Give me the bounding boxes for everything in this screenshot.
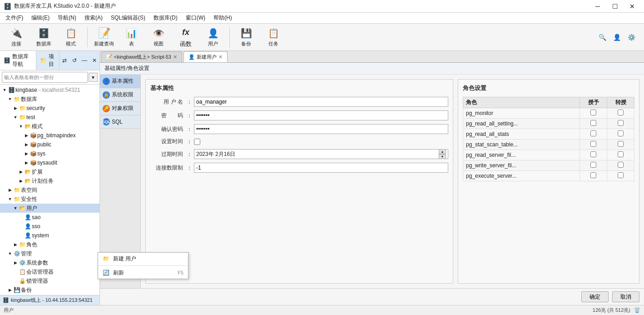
toolbar-table[interactable]: 📊 表 [119, 25, 144, 49]
tree-item-schemas[interactable]: ▼ 📂 模式 [0, 122, 99, 131]
grant-cell[interactable] [580, 129, 607, 140]
grant-cell[interactable] [580, 150, 607, 160]
minimize-button[interactable]: ─ [590, 0, 606, 13]
close-panel-button[interactable]: ✕ [89, 55, 99, 65]
tree-item-security-folder[interactable]: ▼ 📁 安全性 [0, 195, 99, 204]
nav-basic-props[interactable]: 👤 基本属性 [100, 75, 140, 88]
grant-cell[interactable] [580, 171, 607, 181]
tree-item-sys-params[interactable]: ▶ ⚙️ 系统参数 [0, 258, 99, 267]
grant-checkbox[interactable] [590, 151, 596, 157]
set-time-checkbox[interactable] [194, 139, 200, 145]
conn-limit-input[interactable] [194, 163, 448, 173]
tab-new-user[interactable]: 👤 新建用户 ✕ [183, 51, 228, 62]
password-input[interactable] [194, 110, 448, 120]
menu-edit[interactable]: 编辑(E) [28, 13, 53, 23]
tree-item-databases[interactable]: ▼ 📁 数据库 [0, 95, 99, 104]
tree-item-management[interactable]: ▼ ⚙️ 管理 [0, 249, 99, 258]
refresh-left-button[interactable]: ↺ [69, 55, 79, 65]
tree-item-extensions[interactable]: ▶ 📂 扩展 [0, 167, 99, 176]
grant-checkbox[interactable] [590, 110, 596, 115]
tree-item-tablespace[interactable]: ▶ 📁 表空间 [0, 185, 99, 195]
transfer-cell[interactable] [607, 140, 634, 150]
username-input[interactable] [194, 97, 448, 107]
transfer-cell[interactable] [607, 160, 634, 171]
transfer-checkbox[interactable] [618, 162, 624, 168]
tab-script-53[interactable]: 📝 <kingbase线上> Script-53 ✕ [101, 51, 182, 62]
menu-window[interactable]: 窗口(W) [182, 13, 209, 23]
menu-nav[interactable]: 导航(N) [54, 13, 80, 23]
date-down-button[interactable]: ▼ [439, 154, 446, 159]
search-icon[interactable]: 🔍 [597, 32, 608, 43]
grant-cell[interactable] [580, 140, 607, 150]
sync-button[interactable]: ⇄ [59, 55, 69, 65]
transfer-checkbox[interactable] [618, 151, 624, 157]
close-button[interactable]: ✕ [624, 0, 640, 13]
tree-item-kingbase[interactable]: ▼ 🗄️ kingbase - localhost:54321 [0, 85, 99, 95]
tab-project[interactable]: 📁 项目 [36, 51, 59, 70]
minimize-panel-button[interactable]: — [79, 55, 89, 65]
tree-item-system-user[interactable]: 👤 system [0, 231, 99, 240]
tree-item-security-db[interactable]: ▶ 📁 security [0, 104, 99, 113]
grant-checkbox[interactable] [590, 130, 596, 136]
toolbar-database[interactable]: 🗄️ 数据库 [31, 25, 56, 49]
transfer-checkbox[interactable] [618, 110, 624, 115]
menu-file[interactable]: 文件(F) [2, 13, 27, 23]
tree-item-lock-mgr[interactable]: 🔒 锁管理器 [0, 276, 99, 285]
transfer-cell[interactable] [607, 150, 634, 160]
cancel-button[interactable]: 取消 [612, 291, 639, 302]
tree-item-roles[interactable]: ▶ 📁 角色 [0, 240, 99, 249]
transfer-checkbox[interactable] [618, 141, 624, 147]
grant-checkbox[interactable] [590, 141, 596, 147]
maximize-button[interactable]: ☐ [607, 0, 623, 13]
toolbar-user[interactable]: 👤 用户 [200, 25, 226, 49]
expire-time-input[interactable]: 2023年 2月16日 ▲ ▼ [194, 149, 448, 159]
tree-item-test[interactable]: ▼ 📁 test [0, 113, 99, 122]
toolbar-function[interactable]: fx 函数 [173, 25, 198, 49]
script-tab-close[interactable]: ✕ [173, 54, 177, 60]
context-refresh[interactable]: 🔄 刷新 F5 [98, 267, 188, 279]
transfer-checkbox[interactable] [618, 130, 624, 136]
profile-icon[interactable]: 👤 [611, 32, 622, 43]
transfer-checkbox[interactable] [618, 120, 624, 126]
nav-sql[interactable]: SQL SQL [100, 115, 140, 129]
tab-database-nav[interactable]: 🗄️ 数据库导航 [0, 51, 36, 70]
tree-item-sysaudit[interactable]: ▶ 📦 sysaudit [0, 158, 99, 167]
new-user-tab-close[interactable]: ✕ [218, 54, 223, 60]
confirm-button[interactable]: 确定 [581, 291, 609, 302]
context-new-user[interactable]: 📁 新建 用户 [98, 253, 188, 265]
transfer-cell[interactable] [607, 171, 634, 181]
date-spinner[interactable]: ▲ ▼ [439, 149, 446, 159]
grant-checkbox[interactable] [590, 120, 596, 126]
toolbar-new-query[interactable]: 📝 新建查询 [91, 25, 117, 49]
tree-item-public[interactable]: ▶ 📦 public [0, 140, 99, 149]
tree-item-sys[interactable]: ▶ 📦 sys [0, 149, 99, 158]
menu-sql-editor[interactable]: SQL编辑器(S) [107, 13, 149, 23]
toolbar-schema[interactable]: 📋 模式 [58, 25, 84, 49]
toolbar-view[interactable]: 👁️ 视图 [146, 25, 171, 49]
grant-checkbox[interactable] [590, 162, 596, 168]
date-up-button[interactable]: ▲ [439, 149, 446, 154]
settings-icon[interactable]: ⚙️ [626, 32, 637, 43]
menu-help[interactable]: 帮助(H) [210, 13, 236, 23]
grant-cell[interactable] [580, 108, 607, 119]
transfer-cell[interactable] [607, 108, 634, 119]
nav-sys-perms[interactable]: 🔒 系统权限 [100, 88, 140, 102]
grant-cell[interactable] [580, 160, 607, 171]
transfer-checkbox[interactable] [618, 172, 624, 178]
tree-search-input[interactable] [2, 72, 88, 83]
toolbar-backup[interactable]: 💾 备份 [233, 25, 259, 49]
tree-item-session-mgr[interactable]: 📋 会话管理器 [0, 267, 99, 276]
transfer-cell[interactable] [607, 119, 634, 129]
tree-item-backup[interactable]: ▶ 💾 备份 [0, 285, 99, 295]
grant-cell[interactable] [580, 119, 607, 129]
tree-item-users[interactable]: ▼ 📂 用户 [0, 204, 99, 213]
tree-item-pg-bitmapindex[interactable]: ▶ 📦 pg_bitmapindex [0, 131, 99, 140]
menu-search[interactable]: 搜索(A) [81, 13, 106, 23]
toolbar-task[interactable]: 📋 任务 [261, 25, 286, 49]
toolbar-connect[interactable]: 🔌 连接 [4, 25, 29, 49]
grant-checkbox[interactable] [590, 172, 596, 178]
tree-item-scheduled-tasks[interactable]: ▶ 📂 计划任务 [0, 176, 99, 185]
transfer-cell[interactable] [607, 129, 634, 140]
menu-database[interactable]: 数据库(D) [150, 13, 181, 23]
nav-obj-perms[interactable]: 🔑 对象权限 [100, 102, 140, 115]
